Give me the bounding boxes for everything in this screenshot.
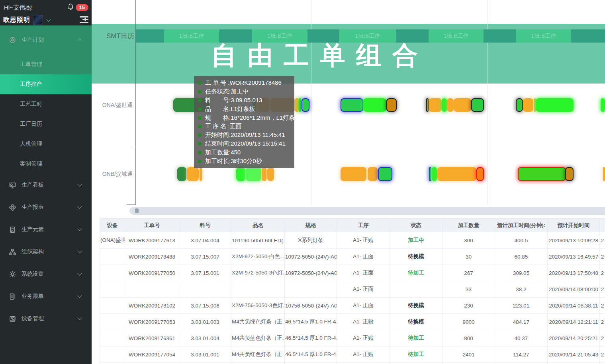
horizontal-scrollbar[interactable] [129, 207, 605, 215]
gantt-bar-ona-orange[interactable] [523, 98, 533, 112]
cell-: 10972-5050-(24V)-A0... [285, 249, 337, 265]
cell-: A1- 正面 [337, 249, 390, 265]
table-row[interactable]: (ONA)盛世通WORK20091776133.07.04.004101190-… [100, 232, 605, 249]
gantt-bar-ona-brightgreen[interactable] [536, 98, 574, 112]
chevron-down-icon [77, 226, 82, 231]
gantt-bar-ona-orange[interactable] [295, 98, 299, 112]
gantt-bar-onb-orange[interactable] [267, 167, 274, 181]
gantt-bar-ona-darkorange_black[interactable] [386, 98, 397, 112]
table-row[interactable]: A1- 正面3338.22020/09/14 08:00:002 [100, 281, 605, 298]
table-row[interactable]: WORK20091781023.07.15.006X2M-756-5050-3色… [100, 298, 605, 314]
gantt-bar-ona-green_black[interactable] [516, 98, 523, 112]
notification-badge[interactable]: 15 [76, 4, 88, 11]
cell-: A1- 正面 [337, 281, 390, 298]
bell-icon[interactable] [67, 3, 74, 12]
bullet-dot-icon [198, 151, 202, 154]
sidebar-item-11[interactable]: 系统设置 [0, 263, 92, 285]
sidebar-item-8[interactable]: 生产报表 [0, 196, 92, 218]
sidebar-item-6[interactable]: 客制管理 [0, 154, 92, 174]
sidebar-item-label: 工单管理 [20, 61, 42, 68]
cell-: 101190-5050-60LED(... [231, 232, 285, 249]
gantt-bar-ona-green_black[interactable] [471, 98, 484, 112]
gantt-bar-ona-orange[interactable] [429, 98, 442, 112]
gantt-bar-ona-green_blue[interactable] [341, 98, 363, 112]
collapse-menu-icon[interactable] [78, 16, 88, 24]
gantt-bar-onb-orange[interactable] [187, 167, 199, 181]
cell-: 2020/09/14 12:21:11 [548, 314, 600, 330]
cell-: 3.07.15.006 [179, 298, 231, 314]
tooltip-text: 工 单 号 :WORK2009178486 [205, 79, 282, 87]
gantt-bar-ona-orange[interactable] [454, 98, 471, 112]
gantt-bar-ona-brightgreen[interactable] [442, 98, 447, 112]
column-header-4[interactable]: 规格 [285, 219, 337, 232]
gantt-bar-ona-green_blue[interactable] [302, 98, 309, 112]
cell-: 加工中 [390, 232, 442, 249]
gantt-bar-onb-orange[interactable] [341, 167, 366, 181]
table-row[interactable]: WORK20091770503.07.15.001X2M-972-5050-3色… [100, 265, 605, 281]
column-header-6[interactable]: 状态 [390, 219, 442, 232]
cell- [179, 281, 231, 298]
avatar[interactable] [33, 15, 43, 25]
gantt-bar-onb-orange[interactable] [368, 167, 378, 181]
gantt-bar-ona-brightgreen[interactable] [601, 98, 605, 112]
sidebar-item-label: 生产看板 [22, 181, 44, 189]
sidebar-item-4[interactable]: 工厂日历 [0, 114, 92, 134]
tooltip-text: 加工时长:3时30分0秒 [205, 158, 262, 165]
cell-: 10756-5050-(24V)-A0... [285, 298, 337, 314]
gantt-bar-onb-dkgreen[interactable] [177, 167, 186, 181]
cell-: 38.2 [495, 281, 548, 298]
table-row[interactable]: WORK20091784883.07.15.007X2M-972-5050-白色… [100, 249, 605, 265]
gantt-bar-onb-orange[interactable] [262, 167, 266, 181]
cell- [100, 298, 125, 314]
gantt-bar-onb-orangered_red[interactable] [476, 167, 484, 181]
column-header-0[interactable]: 设备 [100, 219, 125, 232]
sidebar-item-10[interactable]: 组织架构 [0, 241, 92, 263]
sidebar-item-2[interactable]: 工序排产 [0, 74, 92, 94]
cell-: 3.03.01.001 [179, 346, 231, 363]
gantt-bar-onb-orange[interactable] [603, 167, 605, 181]
gantt-bar-onb-brightgreen2[interactable] [246, 167, 261, 181]
gantt-bar-onb-green_red[interactable] [518, 167, 566, 181]
scrollbar-thumb[interactable] [135, 208, 139, 213]
cell-: 2 [600, 265, 605, 281]
sidebar-item-1[interactable]: 工单管理 [0, 55, 92, 74]
org-icon [9, 248, 16, 255]
gantt-bar-onb-brightgreen[interactable] [432, 167, 437, 181]
cell-: 待换模 [390, 314, 442, 330]
gantt-bar-onb-orange[interactable] [200, 167, 202, 181]
main-area: ONA/盛世通 ONB/汉城通 SMT日历 1班:B工作1班:B工作1班:B工作… [92, 0, 605, 364]
sidebar-item-7[interactable]: 生产看板 [0, 174, 92, 196]
column-header-1[interactable]: 工单号 [125, 219, 179, 232]
gantt-bar-onb-brightgreen[interactable] [236, 167, 245, 181]
column-header-3[interactable]: 品名 [231, 219, 285, 232]
table-row[interactable]: WORK20091770543.03.01.001M4共负红色灯条（正...46… [100, 346, 605, 363]
report-icon [9, 204, 16, 211]
gantt-bar-onb-green_blue[interactable] [429, 167, 431, 181]
gantt-bar-ona-brightgreen[interactable] [363, 98, 386, 112]
sidebar-item-0[interactable]: 生产计划 [0, 25, 92, 55]
gantt-bar-onb-darkorange_black[interactable] [565, 167, 574, 181]
gantt-bar-onb-orange[interactable] [437, 167, 476, 181]
gantt-bar-ona-brightgreen[interactable] [299, 98, 301, 112]
column-header-9[interactable]: 预计开始时间 [548, 219, 600, 232]
sidebar-item-12[interactable]: 业务跟单 [0, 285, 92, 308]
sidebar-item-5[interactable]: 人机管理 [0, 134, 92, 154]
table-row[interactable]: WORK20081763613.03.01.004M4共负蓝色灯条（正...46… [100, 330, 605, 346]
column-header-10[interactable] [600, 219, 605, 232]
sidebar-item-3[interactable]: 工艺工时 [0, 94, 92, 114]
column-header-5[interactable]: 工序 [337, 219, 390, 232]
cell-: 2020/09/13 16:49:57 [548, 249, 600, 265]
table-row[interactable]: A1- 正贴7499356.92020/09/15 08:00:002 [100, 363, 605, 364]
gantt-bar-ona-orange[interactable] [447, 98, 454, 112]
column-header-2[interactable]: 料号 [179, 219, 231, 232]
column-header-7[interactable]: 加工数量 [442, 219, 495, 232]
column-header-8[interactable]: 预计加工时间(分钟): [495, 219, 548, 232]
user-greeting: Hi~支伟杰! [4, 4, 33, 12]
cell-: 2 [600, 330, 605, 346]
gantt-bar-onb-green_blue[interactable] [378, 167, 392, 181]
sidebar-item-13[interactable]: 设备管理 [0, 308, 92, 330]
chevron-down-icon[interactable] [46, 17, 51, 21]
table-row[interactable]: WORK20091770533.03.01.003M4共负绿色灯条（正...46… [100, 314, 605, 330]
sidebar-item-9[interactable]: 生产元素 [0, 218, 92, 241]
cell-: 2020/09/13 17:50:48 [548, 265, 600, 281]
